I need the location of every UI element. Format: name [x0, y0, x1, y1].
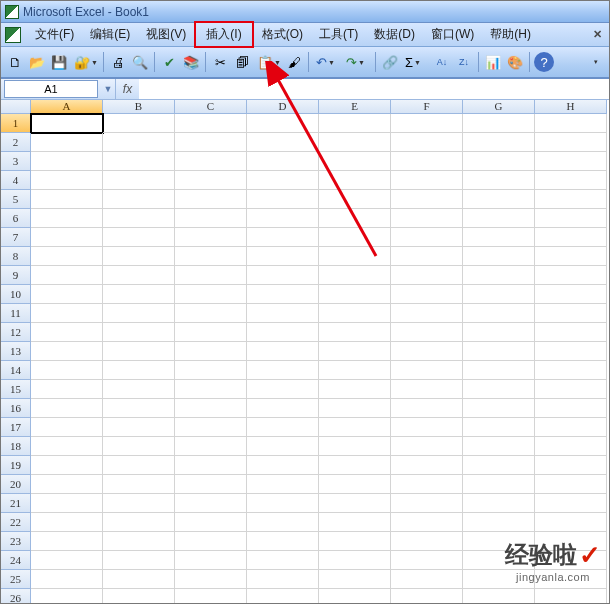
open-icon[interactable]: 📂	[27, 52, 47, 72]
cell[interactable]	[175, 323, 247, 342]
cell[interactable]	[31, 418, 103, 437]
cell[interactable]	[319, 361, 391, 380]
column-header[interactable]: E	[319, 100, 391, 114]
cell[interactable]	[247, 418, 319, 437]
row-header[interactable]: 1	[1, 114, 31, 133]
cell[interactable]	[463, 152, 535, 171]
cell[interactable]	[103, 133, 175, 152]
cell[interactable]	[535, 532, 607, 551]
row-header[interactable]: 16	[1, 399, 31, 418]
sort-desc-icon[interactable]: Z↓	[454, 52, 474, 72]
cell[interactable]	[247, 589, 319, 604]
menu-window[interactable]: 窗口(W)	[423, 23, 482, 46]
cell[interactable]	[391, 152, 463, 171]
help-icon[interactable]: ?	[534, 52, 554, 72]
cell[interactable]	[175, 285, 247, 304]
cell[interactable]	[535, 456, 607, 475]
cell[interactable]	[535, 437, 607, 456]
cell[interactable]	[175, 114, 247, 133]
cell[interactable]	[103, 589, 175, 604]
cell[interactable]	[175, 532, 247, 551]
cell[interactable]	[319, 266, 391, 285]
column-header[interactable]: B	[103, 100, 175, 114]
cell[interactable]	[535, 475, 607, 494]
cell[interactable]	[175, 380, 247, 399]
cell[interactable]	[463, 247, 535, 266]
cell[interactable]	[391, 532, 463, 551]
cell[interactable]	[463, 228, 535, 247]
cell[interactable]	[535, 304, 607, 323]
cell[interactable]	[463, 190, 535, 209]
cell[interactable]	[463, 114, 535, 133]
cell[interactable]	[319, 152, 391, 171]
cell[interactable]	[391, 133, 463, 152]
cell[interactable]	[391, 361, 463, 380]
cell[interactable]	[319, 513, 391, 532]
cell[interactable]	[175, 266, 247, 285]
cell[interactable]	[247, 475, 319, 494]
fx-icon[interactable]: fx	[115, 79, 139, 99]
cell[interactable]	[463, 171, 535, 190]
cell[interactable]	[391, 342, 463, 361]
cell[interactable]	[391, 380, 463, 399]
cell[interactable]	[463, 399, 535, 418]
cell[interactable]	[175, 171, 247, 190]
cell[interactable]	[391, 494, 463, 513]
cell[interactable]	[31, 361, 103, 380]
cell[interactable]	[391, 266, 463, 285]
cell[interactable]	[319, 589, 391, 604]
print-preview-icon[interactable]: 🔍	[130, 52, 150, 72]
menu-edit[interactable]: 编辑(E)	[82, 23, 138, 46]
cell[interactable]	[175, 437, 247, 456]
cell[interactable]	[175, 304, 247, 323]
row-header[interactable]: 7	[1, 228, 31, 247]
cell[interactable]	[391, 323, 463, 342]
menu-view[interactable]: 视图(V)	[138, 23, 194, 46]
cell[interactable]	[175, 190, 247, 209]
cell[interactable]	[391, 114, 463, 133]
cell[interactable]	[535, 589, 607, 604]
cell[interactable]	[31, 342, 103, 361]
name-box-dropdown-icon[interactable]: ▼	[101, 84, 115, 94]
cell[interactable]	[391, 228, 463, 247]
cell[interactable]	[103, 570, 175, 589]
cell[interactable]	[319, 551, 391, 570]
column-header[interactable]: F	[391, 100, 463, 114]
cell[interactable]	[463, 304, 535, 323]
row-header[interactable]: 25	[1, 570, 31, 589]
cell[interactable]	[319, 190, 391, 209]
cell[interactable]	[247, 456, 319, 475]
cell[interactable]	[31, 171, 103, 190]
cell[interactable]	[391, 171, 463, 190]
cell[interactable]	[463, 513, 535, 532]
cell[interactable]	[535, 570, 607, 589]
cell[interactable]	[31, 209, 103, 228]
cell[interactable]	[247, 380, 319, 399]
cell[interactable]	[103, 323, 175, 342]
cell[interactable]	[319, 247, 391, 266]
row-header[interactable]: 5	[1, 190, 31, 209]
cell[interactable]	[319, 285, 391, 304]
cell[interactable]	[247, 190, 319, 209]
row-header[interactable]: 11	[1, 304, 31, 323]
permission-icon[interactable]: 🔐▼	[71, 52, 99, 72]
cell[interactable]	[391, 190, 463, 209]
cell[interactable]	[31, 266, 103, 285]
cell[interactable]	[103, 551, 175, 570]
hyperlink-icon[interactable]: 🔗	[380, 52, 400, 72]
cell[interactable]	[31, 437, 103, 456]
cell[interactable]	[391, 589, 463, 604]
row-header[interactable]: 19	[1, 456, 31, 475]
cell[interactable]	[31, 285, 103, 304]
cell[interactable]	[247, 342, 319, 361]
cell[interactable]	[103, 475, 175, 494]
chart-wizard-icon[interactable]: 📊	[483, 52, 503, 72]
toolbar-options-icon[interactable]: ▾	[585, 52, 605, 72]
cell[interactable]	[175, 399, 247, 418]
cell[interactable]	[103, 437, 175, 456]
select-all-corner[interactable]	[1, 100, 31, 114]
cell[interactable]	[319, 209, 391, 228]
drawing-icon[interactable]: 🎨	[505, 52, 525, 72]
cell[interactable]	[31, 513, 103, 532]
cell[interactable]	[175, 418, 247, 437]
